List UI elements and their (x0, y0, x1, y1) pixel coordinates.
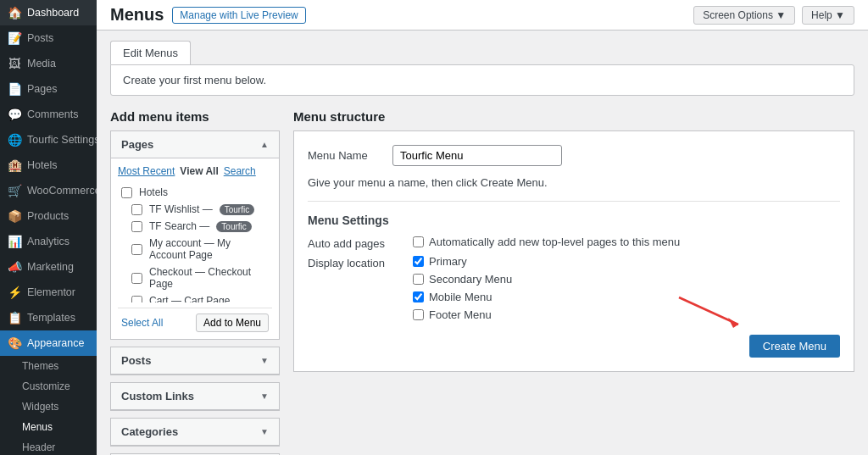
page-checkbox-cart[interactable] (131, 296, 142, 303)
location-secondary: Secondary Menu (413, 273, 512, 286)
auto-add-checkbox[interactable] (413, 236, 424, 247)
menu-name-input[interactable] (392, 145, 562, 166)
dashboard-icon: 🏠 (7, 6, 22, 19)
display-location-group: Primary Secondary Menu Mobile Menu (413, 255, 512, 321)
posts-accordion-header[interactable]: Posts ▼ (111, 347, 279, 375)
sidebar-item-products[interactable]: 📦 Products (0, 203, 97, 229)
add-to-menu-button[interactable]: Add to Menu (196, 314, 269, 332)
list-item: Cart — Cart Page (121, 292, 269, 302)
location-primary: Primary (413, 255, 512, 268)
sidebar-subitem-customize[interactable]: Customize (0, 376, 97, 397)
sidebar-item-woocommerce[interactable]: 🛒 WooCommerce (0, 178, 97, 203)
page-checkbox-tf-wishlist[interactable] (131, 204, 142, 215)
chevron-down-icon: ▼ (260, 356, 269, 365)
sidebar-item-comments[interactable]: 💬 Comments (0, 102, 97, 127)
main-area: Menus Manage with Live Preview Screen Op… (97, 0, 868, 455)
sidebar-item-marketing[interactable]: 📣 Marketing (0, 254, 97, 280)
sidebar-item-elementor[interactable]: ⚡ Elementor (0, 280, 97, 305)
tourfic-badge-2: Tourfic (216, 221, 251, 232)
tourfic-badge: Tourfic (220, 204, 254, 215)
create-menu-button[interactable]: Create Menu (749, 335, 840, 358)
auto-add-group: Automatically add new top-level pages to… (413, 236, 680, 248)
page-checkbox-my-account[interactable] (131, 244, 142, 255)
custom-links-accordion: Custom Links ▼ (110, 382, 280, 411)
woocommerce-icon: 🛒 (7, 184, 22, 197)
sidebar-subitem-themes[interactable]: Themes (0, 356, 97, 376)
display-location-label: Display location (308, 255, 401, 269)
red-arrow-svg (670, 289, 755, 331)
sidebar-item-templates[interactable]: 📋 Templates (0, 305, 97, 330)
tourfic-icon: 🌐 (7, 133, 22, 147)
elementor-icon: ⚡ (7, 286, 22, 299)
comments-icon: 💬 (7, 108, 22, 121)
chevron-up-icon: ▲ (260, 140, 269, 149)
marketing-icon: 📣 (7, 260, 22, 274)
sidebar-item-posts[interactable]: 📝 Posts (0, 25, 97, 51)
page-checkbox-tf-search[interactable] (131, 221, 142, 232)
pages-icon: 📄 (7, 82, 22, 96)
pages-accordion: Pages ▲ Most Recent View All Search H (110, 130, 280, 340)
menu-structure-box: Menu Name Give your menu a name, then cl… (293, 130, 854, 372)
left-panel: Add menu items Pages ▲ Most Recent View … (110, 109, 280, 455)
sidebar-item-dashboard[interactable]: 🏠 Dashboard (0, 0, 97, 25)
location-primary-checkbox[interactable] (413, 256, 424, 267)
categories-accordion-header[interactable]: Categories ▼ (111, 419, 279, 446)
two-col-layout: Add menu items Pages ▲ Most Recent View … (110, 109, 854, 455)
screen-options-button[interactable]: Screen Options ▼ (693, 6, 795, 25)
categories-accordion: Categories ▼ (110, 418, 280, 447)
pages-accordion-body: Most Recent View All Search Hotels (111, 158, 279, 339)
topbar-right: Screen Options ▼ Help ▼ (693, 6, 854, 25)
products-icon: 📦 (7, 209, 22, 223)
sidebar-item-hotels[interactable]: 🏨 Hotels (0, 153, 97, 178)
hotels-icon: 🏨 (7, 158, 22, 172)
sidebar-subitem-header[interactable]: Header (0, 437, 97, 455)
auto-add-label: Auto add pages (308, 236, 401, 250)
page-checkbox-checkout[interactable] (131, 273, 142, 284)
list-item: My account — My Account Page (121, 235, 269, 264)
display-location-row: Display location Primary Secondary Menu (308, 255, 840, 321)
right-panel: Menu structure Menu Name Give your menu … (293, 109, 854, 455)
menu-structure-title: Menu structure (293, 109, 854, 124)
sidebar-item-pages[interactable]: 📄 Pages (0, 76, 97, 102)
chevron-down-icon-3: ▼ (260, 427, 269, 436)
page-title: Menus (110, 5, 164, 25)
tab-view-all[interactable]: View All (180, 165, 218, 177)
info-text: Give your menu a name, then click Create… (308, 176, 840, 189)
select-all-link[interactable]: Select All (121, 317, 163, 329)
pages-accordion-header[interactable]: Pages ▲ (111, 131, 279, 158)
custom-links-accordion-header[interactable]: Custom Links ▼ (111, 383, 279, 410)
templates-icon: 📋 (7, 311, 22, 325)
help-button[interactable]: Help ▼ (802, 6, 854, 25)
list-item: TF Wishlist — Tourfic (121, 201, 269, 218)
pages-tabs: Most Recent View All Search (118, 165, 272, 177)
sidebar-item-tourfic[interactable]: 🌐 Tourfic Settings (0, 127, 97, 153)
location-secondary-checkbox[interactable] (413, 274, 424, 285)
live-preview-button[interactable]: Manage with Live Preview (172, 7, 305, 24)
sidebar: 🏠 Dashboard 📝 Posts 🖼 Media 📄 Pages 💬 Co… (0, 0, 97, 455)
add-menu-items-title: Add menu items (110, 109, 280, 124)
chevron-down-icon-2: ▼ (260, 391, 269, 401)
topbar: Menus Manage with Live Preview Screen Op… (97, 0, 868, 31)
auto-add-row: Auto add pages Automatically add new top… (308, 236, 840, 250)
location-footer: Footer Menu (413, 308, 512, 321)
create-menu-row: Create Menu (308, 335, 840, 358)
appearance-icon: 🎨 (7, 336, 22, 350)
sidebar-subitem-widgets[interactable]: Widgets (0, 397, 97, 417)
list-item: TF Search — Tourfic (121, 218, 269, 235)
sidebar-item-appearance[interactable]: 🎨 Appearance (0, 330, 97, 356)
content-area: Edit Menus Create your first menu below.… (97, 31, 868, 455)
tab-most-recent[interactable]: Most Recent (118, 165, 175, 177)
media-icon: 🖼 (7, 57, 22, 70)
page-checkbox-hotels[interactable] (121, 187, 132, 198)
location-footer-checkbox[interactable] (413, 309, 424, 320)
list-item: Checkout — Checkout Page (121, 264, 269, 292)
page-actions: Select All Add to Menu (118, 308, 272, 332)
tab-edit-menus[interactable]: Edit Menus (110, 41, 191, 64)
location-mobile-checkbox[interactable] (413, 291, 424, 302)
tab-search[interactable]: Search (224, 165, 256, 177)
sidebar-item-media[interactable]: 🖼 Media (0, 51, 97, 76)
sidebar-subitem-menus[interactable]: Menus (0, 417, 97, 437)
menu-name-row: Menu Name (308, 145, 840, 166)
posts-accordion: Posts ▼ (110, 347, 280, 375)
sidebar-item-analytics[interactable]: 📊 Analytics (0, 229, 97, 254)
